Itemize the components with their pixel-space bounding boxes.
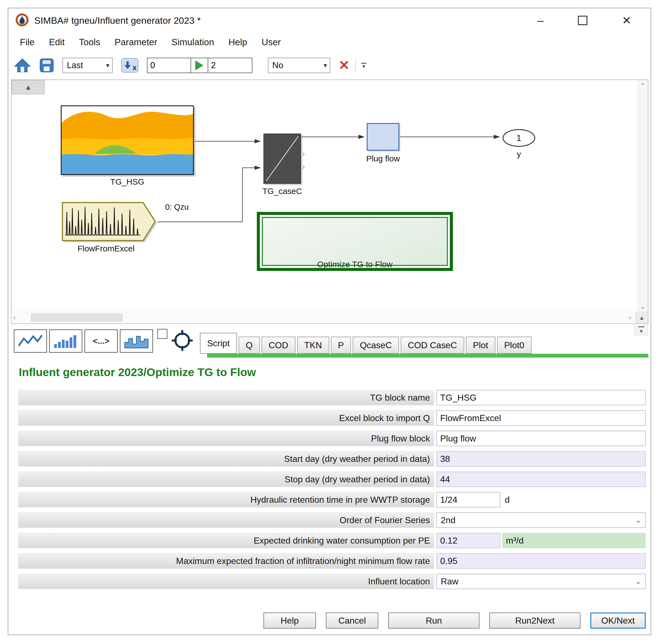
- output-port[interactable]: 1: [503, 129, 535, 147]
- toolbar-overflow-icon[interactable]: ▾: [361, 63, 366, 68]
- scroll-up-chevron-icon[interactable]: ⌃: [640, 82, 646, 90]
- optimize-script-block[interactable]: Optimize TG to Flow: [257, 212, 453, 271]
- form-row: Order of Fourier Series 2nd ⌄: [18, 512, 646, 528]
- menu-tools[interactable]: Tools: [72, 37, 107, 47]
- field-label: Stop day (dry weather period in data): [18, 472, 434, 487]
- minimize-icon[interactable]: –: [537, 15, 544, 26]
- ok-next-button[interactable]: OK/Next: [590, 613, 646, 628]
- flow-port-label: 0: Qzu: [165, 203, 189, 212]
- start-day-input[interactable]: [436, 451, 646, 466]
- menu-file[interactable]: File: [13, 37, 42, 47]
- help-button[interactable]: Help: [263, 613, 316, 628]
- scroll-down-chevron-icon[interactable]: ⌄: [640, 302, 646, 311]
- run-play-icon[interactable]: [191, 58, 208, 73]
- field-label: Plug flow block: [18, 431, 434, 446]
- toolbar-separator: [355, 59, 356, 72]
- histogram-icon[interactable]: [120, 329, 153, 353]
- retention-time-input[interactable]: [436, 492, 500, 507]
- menu-parameter[interactable]: Parameter: [107, 37, 164, 47]
- tab-plot[interactable]: Plot: [466, 337, 496, 354]
- tab-q[interactable]: Q: [239, 337, 260, 354]
- bar-chart-icon[interactable]: [49, 329, 82, 353]
- retention-time-unit: d: [505, 495, 510, 505]
- plug-flow-block[interactable]: [367, 123, 399, 151]
- chevron-down-icon: ▾: [103, 62, 112, 69]
- menu-help[interactable]: Help: [221, 37, 254, 47]
- optimize-script-label: Optimize TG to Flow: [260, 260, 450, 269]
- field-label: Order of Fourier Series: [18, 512, 434, 528]
- overlay-checkbox[interactable]: [157, 329, 167, 339]
- title-bar: SIMBA# tgneu/Influent generator 2023 * –…: [8, 8, 651, 32]
- form-row: TG block name: [18, 390, 646, 405]
- form-row: Excel block to import Q: [18, 410, 646, 426]
- output-port-chevron-icon: ›: [302, 150, 305, 158]
- fourier-order-select[interactable]: 2nd ⌄: [436, 512, 646, 528]
- field-label: Maximum expected fraction of infiltratio…: [18, 553, 434, 569]
- tab-accent-line: [207, 354, 648, 358]
- home-icon[interactable]: [14, 58, 31, 73]
- stop-day-input[interactable]: [436, 472, 646, 487]
- scroll-right-chevron-icon[interactable]: ›: [629, 313, 631, 322]
- svg-text:x: x: [133, 64, 137, 72]
- output-port-label: y: [503, 150, 535, 159]
- chevron-down-icon: ⌄: [635, 577, 641, 586]
- save-icon[interactable]: [39, 58, 54, 73]
- cancel-button[interactable]: Cancel: [326, 613, 378, 628]
- tab-cod-casec[interactable]: COD CaseC: [401, 337, 464, 354]
- run2next-button[interactable]: Run2Next: [489, 613, 580, 628]
- app-logo-icon: [16, 13, 29, 28]
- tg-casec-diagonal-icon: [264, 134, 301, 183]
- excel-block-input[interactable]: [436, 410, 646, 426]
- close-icon[interactable]: ✕: [622, 15, 631, 26]
- field-label: Hydraulic retention time in pre WWTP sto…: [18, 492, 434, 507]
- horizontal-scrollbar[interactable]: ‹ › ▲: [12, 312, 648, 323]
- sim-start-input[interactable]: [147, 58, 191, 73]
- diagram-canvas[interactable]: ▲: [12, 80, 648, 312]
- tab-script[interactable]: Script: [200, 333, 237, 354]
- scroll-up-button[interactable]: ▲: [12, 80, 45, 94]
- tg-casec-block[interactable]: [263, 134, 301, 184]
- influent-location-select[interactable]: Raw ⌄: [436, 574, 646, 589]
- tg-block-name-input[interactable]: [436, 390, 646, 405]
- form-row: Maximum expected fraction of infiltratio…: [18, 553, 646, 569]
- field-label: TG block name: [18, 390, 434, 405]
- flow-from-excel-block[interactable]: [62, 202, 157, 242]
- infiltration-fraction-input[interactable]: [436, 553, 646, 569]
- maximize-icon[interactable]: [578, 16, 587, 25]
- horizontal-scroll-thumb[interactable]: [31, 314, 123, 321]
- output-port-chevron-icon: ›: [302, 162, 305, 170]
- run-button[interactable]: Run: [388, 613, 479, 628]
- plug-flow-block-input[interactable]: [436, 431, 646, 446]
- line-chart-icon[interactable]: [14, 329, 47, 353]
- water-consumption-input[interactable]: [436, 533, 500, 548]
- scroll-corner-up-icon[interactable]: ▲: [635, 312, 648, 323]
- scroll-left-chevron-icon[interactable]: ‹: [13, 313, 16, 322]
- plug-flow-label: Plug flow: [355, 154, 411, 163]
- tabs-row: <...> Script Q COD TKN P QcaseC COD Case…: [11, 328, 648, 354]
- tab-p[interactable]: P: [331, 337, 351, 354]
- field-label: Influent location: [18, 574, 434, 589]
- option-dropdown[interactable]: No ▾: [268, 58, 330, 73]
- signal-list-icon[interactable]: <...>: [85, 329, 118, 353]
- menu-edit[interactable]: Edit: [42, 37, 72, 47]
- tab-cod[interactable]: COD: [262, 337, 295, 354]
- form-row: Expected drinking water consumption per …: [18, 533, 646, 548]
- menu-simulation[interactable]: Simulation: [164, 37, 221, 47]
- window-title: SIMBA# tgneu/Influent generator 2023 *: [34, 15, 201, 26]
- history-dropdown[interactable]: Last ▾: [62, 58, 113, 73]
- tg-hsg-block[interactable]: [61, 106, 194, 175]
- field-label: Start day (dry weather period in data): [18, 451, 434, 466]
- sim-stop-input[interactable]: [208, 58, 252, 73]
- menu-user[interactable]: User: [254, 37, 288, 47]
- optimize-script-inner: [262, 217, 448, 266]
- tab-plot0[interactable]: Plot0: [497, 337, 532, 354]
- crosshair-icon[interactable]: [171, 329, 193, 353]
- stop-x-icon[interactable]: ✕: [338, 59, 350, 72]
- vertical-scrollbar[interactable]: ⌃ ⌄: [637, 80, 648, 312]
- form-row: Hydraulic retention time in pre WWTP sto…: [18, 492, 646, 507]
- tab-qcasec[interactable]: QcaseC: [353, 337, 399, 354]
- tab-tkn[interactable]: TKN: [297, 337, 329, 354]
- field-label: Expected drinking water consumption per …: [18, 533, 434, 548]
- clear-x-icon[interactable]: x: [121, 58, 139, 73]
- parameter-panel: Influent generator 2023/Optimize TG to F…: [8, 358, 651, 635]
